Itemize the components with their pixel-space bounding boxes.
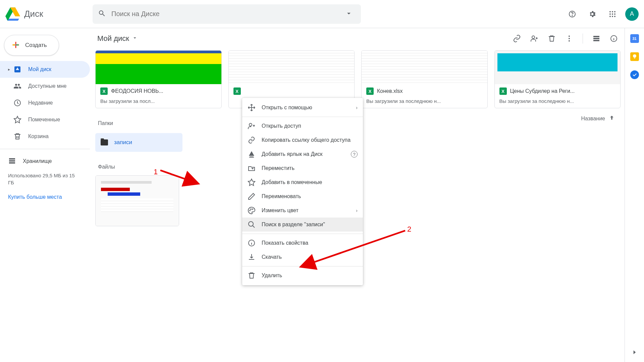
sidebar-item-trash[interactable]: Корзина <box>0 128 90 145</box>
svg-point-23 <box>249 123 252 126</box>
support-icon[interactable] <box>565 7 580 21</box>
svg-point-25 <box>251 209 251 209</box>
file-title: Конев.xlsx <box>377 88 402 94</box>
sidebar-label: Помеченные <box>28 117 60 123</box>
download-icon <box>248 253 256 261</box>
sort-label: Название <box>581 116 605 122</box>
sidebar-label: Недавние <box>28 100 53 106</box>
svg-point-4 <box>614 11 615 12</box>
calendar-app-icon[interactable]: 31 <box>630 34 639 43</box>
chevron-down-icon <box>132 34 138 43</box>
sheets-icon: X <box>233 87 241 95</box>
sheets-icon: X <box>100 87 108 95</box>
svg-rect-21 <box>593 40 599 41</box>
sidebar-item-shared[interactable]: Доступные мне <box>0 78 90 95</box>
search-options-icon[interactable] <box>342 7 356 21</box>
pencil-icon <box>248 192 256 200</box>
suggestion-card[interactable]: XЦены Субдилер на Реги... Вы загрузили з… <box>494 50 621 108</box>
clock-icon <box>13 99 21 107</box>
list-view-button[interactable] <box>590 32 603 45</box>
suggestion-card[interactable]: XКонев.xlsx Вы загрузили за последнюю н.… <box>361 50 488 108</box>
menu-open-with[interactable]: Открыть с помощью › <box>242 101 363 115</box>
menu-rename[interactable]: Переименовать <box>242 189 363 203</box>
main-content: Мой диск <box>90 28 625 362</box>
file-thumbnail <box>229 51 355 84</box>
shared-icon <box>13 82 21 90</box>
sidebar-item-storage[interactable]: Хранилище <box>8 153 82 169</box>
menu-search-in[interactable]: Поиск в разделе "записи" <box>242 218 363 232</box>
folder-icon <box>101 139 108 145</box>
sheets-icon: X <box>499 87 507 95</box>
sidebar-item-starred[interactable]: Помеченные <box>0 111 90 128</box>
right-side-panel: 31 <box>625 28 644 362</box>
hide-panel-icon[interactable] <box>631 349 638 357</box>
trash-icon <box>248 272 256 280</box>
sidebar-item-recent[interactable]: Недавние <box>0 95 90 111</box>
svg-point-5 <box>609 13 611 15</box>
svg-point-15 <box>532 36 535 39</box>
chevron-right-icon: › <box>356 208 358 213</box>
expand-arrow-icon[interactable]: ▸ <box>8 67 12 72</box>
file-title: Цены Субдилер на Реги... <box>510 88 575 94</box>
drive-shortcut-icon <box>248 150 256 158</box>
menu-star[interactable]: Добавить в помеченные <box>242 175 363 189</box>
details-button[interactable] <box>607 32 621 45</box>
search-bar[interactable] <box>93 4 361 24</box>
file-subtitle: Вы загрузили за последнюю н... <box>495 98 621 108</box>
suggestion-card[interactable]: XФЕОДОСИЯ НОВЬ... Вы загрузили за посл..… <box>95 50 222 108</box>
arrow-up-icon <box>608 115 615 123</box>
svg-point-3 <box>612 11 613 12</box>
more-actions-button[interactable] <box>562 32 576 45</box>
sidebar-item-my-drive[interactable]: ▸ Мой диск <box>0 61 90 78</box>
palette-icon <box>248 206 256 215</box>
folder-item[interactable]: записи <box>95 133 182 152</box>
get-link-button[interactable] <box>510 32 524 45</box>
folders-section-label: Папки <box>98 120 113 126</box>
menu-download[interactable]: Скачать <box>242 250 363 264</box>
keep-app-icon[interactable] <box>630 52 639 61</box>
file-card[interactable] <box>95 175 179 226</box>
svg-point-9 <box>612 16 613 17</box>
breadcrumb-label: Мой диск <box>97 34 129 43</box>
file-subtitle: Вы загрузили за последнюю н... <box>362 98 487 108</box>
folder-name: записи <box>114 139 132 146</box>
share-button[interactable] <box>528 32 541 45</box>
search-input[interactable] <box>111 10 342 18</box>
menu-delete[interactable]: Удалить <box>242 268 363 283</box>
link-icon <box>248 136 256 144</box>
svg-point-27 <box>249 222 253 226</box>
storage-usage: Использовано 29,5 МБ из 15 ГБ <box>8 172 82 186</box>
svg-rect-14 <box>9 162 15 164</box>
svg-point-7 <box>614 13 615 15</box>
help-icon[interactable]: ? <box>351 151 358 158</box>
star-icon <box>248 178 256 186</box>
tasks-app-icon[interactable] <box>630 70 639 79</box>
menu-change-color[interactable]: Изменить цвет › <box>242 203 363 218</box>
logo-area[interactable]: Диск <box>5 7 93 21</box>
menu-details[interactable]: Показать свойства <box>242 236 363 250</box>
drive-logo-icon <box>5 7 20 21</box>
sidebar-label: Доступные мне <box>28 83 67 89</box>
plus-icon <box>11 40 20 51</box>
folder-move-icon <box>248 164 256 172</box>
menu-move[interactable]: Переместить <box>242 161 363 175</box>
create-button[interactable]: Создать <box>4 35 59 56</box>
svg-point-10 <box>614 16 615 17</box>
person-add-icon <box>248 122 256 130</box>
buy-storage-link[interactable]: Купить больше места <box>8 194 82 200</box>
svg-rect-12 <box>9 158 15 160</box>
delete-button[interactable] <box>545 32 558 45</box>
search-icon <box>98 9 106 18</box>
breadcrumb[interactable]: Мой диск <box>97 34 138 43</box>
storage-icon <box>8 157 16 166</box>
file-subtitle: Вы загрузили за посл... <box>96 98 221 108</box>
apps-icon[interactable] <box>605 7 620 21</box>
file-thumbnail <box>495 51 621 84</box>
menu-add-shortcut[interactable]: Добавить ярлык на Диск ? <box>242 147 363 161</box>
menu-copy-link[interactable]: Копировать ссылку общего доступа <box>242 133 363 147</box>
sort-button[interactable]: Название <box>581 115 621 123</box>
account-avatar[interactable]: А <box>625 7 639 21</box>
settings-icon[interactable] <box>585 7 600 21</box>
file-thumbnail <box>96 51 221 84</box>
create-label: Создать <box>25 42 47 49</box>
